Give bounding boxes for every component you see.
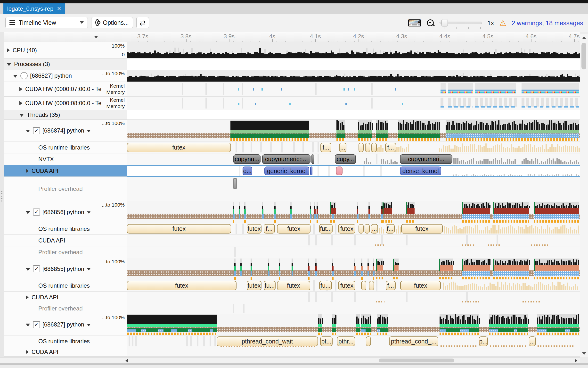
expand-icon[interactable] (19, 87, 22, 91)
timeline-prof-686855[interactable] (127, 303, 580, 314)
tab-legate-report[interactable]: legate_0.nsys-rep ✕ (3, 3, 65, 14)
tree-cell-os-686855[interactable]: OS runtime libraries (4, 280, 101, 292)
tree-cell-prof-686855[interactable]: Profiler overhead (4, 303, 101, 314)
tree-cell-prof-686856[interactable]: Profiler overhead (4, 246, 101, 258)
time-ruler[interactable]: 3.7s3.8s3.9s4s4.1s4.2s4.3s4.4s4.5s4.6s4.… (127, 32, 580, 42)
collapse-icon[interactable] (26, 268, 30, 271)
pt...-bar[interactable]: pt... (320, 336, 333, 346)
event-bar[interactable] (366, 336, 371, 346)
tree-column-header[interactable] (4, 32, 101, 42)
timeline-os-686827[interactable]: pthread_cond_waitpt...pthr...pthread_con… (127, 335, 580, 347)
tree-cell-proc-686827[interactable]: [686827] python (4, 70, 101, 82)
collapse-icon[interactable] (26, 211, 30, 214)
warnings-messages-link[interactable]: 2 warnings, 18 messages (512, 19, 583, 27)
thread-visibility-checkbox[interactable]: ✓ (33, 321, 40, 328)
futex-bar[interactable]: futex (247, 224, 261, 233)
timeline-cuda-hw-0700[interactable] (127, 82, 580, 97)
timeline-prof-686856[interactable] (127, 246, 580, 258)
tree-cell-processes[interactable]: Processes (3) (4, 58, 101, 70)
...-bar[interactable]: ... (339, 143, 346, 152)
row-cuda-686855[interactable]: CUDA API (4, 292, 580, 303)
pthread_cond_...-bar[interactable]: pthread_cond_... (389, 336, 438, 346)
collapse-icon[interactable] (7, 63, 11, 66)
thread-options-caret-icon[interactable] (87, 268, 90, 270)
timeline-os-686855[interactable]: futexfutexfu...futexfu...futexf...futex (127, 280, 580, 292)
timeline-t-686827[interactable] (127, 314, 580, 335)
...-bar[interactable]: ... (371, 224, 378, 233)
row-os-686855[interactable]: OS runtime librariesfutexfutexfu...futex… (4, 280, 580, 292)
timeline-t-686874[interactable] (127, 120, 580, 142)
row-nvtx-686874[interactable]: NVTXcupynu...cupynumeric::...cupy...cupy… (4, 153, 580, 165)
tree-cell-t-686856[interactable]: ✓[686856] python (4, 201, 101, 223)
event-bar[interactable] (336, 166, 343, 175)
tree-cell-threads[interactable]: Threads (35) (4, 110, 101, 120)
event-bar[interactable] (361, 281, 366, 290)
tab-close-icon[interactable]: ✕ (57, 6, 61, 12)
event-bar[interactable] (371, 143, 376, 152)
f...-bar[interactable]: f... (264, 224, 275, 233)
row-proc-686827[interactable]: [686827] python...to 100% (4, 70, 580, 82)
collapse-icon[interactable] (26, 130, 30, 133)
event-bar[interactable] (369, 281, 374, 290)
timeline-cuda-686855[interactable] (127, 292, 580, 303)
p...-bar[interactable]: p... (479, 336, 488, 346)
tree-cell-cuda-hw-0700[interactable]: CUDA HW (0000:07:00.0 - Te (4, 82, 101, 97)
pthr...-bar[interactable]: pthr... (337, 336, 355, 346)
timeline-cuda-686856[interactable] (127, 235, 580, 246)
row-cuda-686874[interactable]: CUDA APIe...generic_kerneldense_kernel (4, 165, 580, 177)
expand-icon[interactable] (26, 295, 29, 300)
row-prof-686855[interactable]: Profiler overhead (4, 303, 580, 314)
tree-cell-prof-686874[interactable]: Profiler overhead (4, 177, 101, 201)
row-os-686874[interactable]: OS runtime librariesfutexf......f... (4, 142, 580, 153)
expand-icon[interactable] (7, 48, 10, 52)
f...-bar[interactable]: f... (385, 143, 396, 152)
futex-bar[interactable]: futex (247, 281, 261, 290)
fu...-bar[interactable]: fu... (319, 281, 332, 290)
dense_kernel-bar[interactable]: dense_kernel (400, 166, 441, 175)
zoom-slider-thumb[interactable] (441, 19, 448, 27)
tree-cell-cuda-hw-0800[interactable]: CUDA HW (0000:08:00.0 - Te (4, 97, 101, 110)
tree-cell-nvtx-686874[interactable]: NVTX (4, 153, 101, 165)
event-bar[interactable] (310, 166, 312, 175)
cupynumeri...-bar[interactable]: cupynumeri... (400, 154, 453, 164)
collapse-icon[interactable] (19, 114, 24, 117)
pthread_cond_wait-bar[interactable]: pthread_cond_wait (217, 336, 318, 346)
column-dropdown-icon[interactable] (94, 36, 98, 38)
timeline-prof-686874[interactable] (127, 177, 580, 201)
thread-options-caret-icon[interactable] (87, 324, 90, 326)
scroll-up-icon[interactable] (582, 37, 586, 39)
generic_kernel-bar[interactable]: generic_kernel (264, 166, 309, 175)
options-button[interactable]: Options... (91, 17, 133, 28)
row-cuda-686856[interactable]: CUDA API (4, 235, 580, 246)
fut...-bar[interactable]: fut... (319, 224, 333, 233)
futex-bar[interactable]: futex (127, 143, 231, 152)
thread-options-caret-icon[interactable] (87, 130, 90, 132)
row-cuda-686827[interactable]: CUDA API (4, 347, 580, 357)
timeline-t-686856[interactable] (127, 201, 580, 223)
vertical-scrollbar[interactable] (580, 34, 588, 357)
timeline-threads[interactable] (127, 110, 580, 120)
row-cuda-hw-0800[interactable]: CUDA HW (0000:08:00.0 - TeKernelMemory (4, 97, 580, 110)
tree-cell-t-686874[interactable]: ✓[686874] python (4, 120, 101, 142)
futex-bar[interactable]: futex (401, 224, 443, 233)
row-prof-686874[interactable]: Profiler overhead (4, 177, 580, 201)
expand-icon[interactable] (19, 101, 22, 105)
collapse-icon[interactable] (26, 323, 30, 326)
timeline-cuda-686827[interactable] (127, 347, 580, 357)
view-selector-dropdown[interactable]: Timeline View (5, 17, 88, 28)
futex-bar[interactable]: futex (277, 224, 311, 233)
row-prof-686856[interactable]: Profiler overhead (4, 246, 580, 258)
scroll-down-icon[interactable] (582, 352, 586, 355)
event-bar[interactable] (358, 224, 364, 233)
row-os-686856[interactable]: OS runtime librariesfutexfutexf...futexf… (4, 223, 580, 235)
event-bar[interactable] (358, 143, 364, 152)
f...-bar[interactable]: f... (386, 224, 395, 233)
futex-bar[interactable]: futex (127, 224, 231, 233)
event-bar[interactable] (365, 224, 370, 233)
tree-cell-t-686827[interactable]: ✓[686827] python (4, 314, 101, 335)
timeline-cuda-hw-0800[interactable] (127, 97, 580, 110)
profiler-overhead-event[interactable] (233, 178, 237, 189)
row-t-686874[interactable]: ✓[686874] python...to 100% (4, 120, 580, 142)
fu...-bar[interactable]: fu... (264, 281, 276, 290)
row-os-686827[interactable]: OS runtime librariespthread_cond_waitpt.… (4, 335, 580, 347)
